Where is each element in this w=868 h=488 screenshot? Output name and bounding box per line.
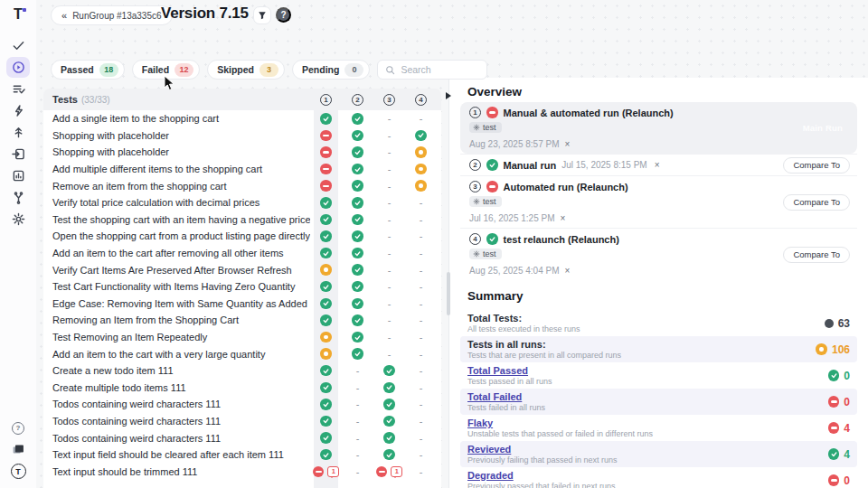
test-name: Add multiple different items to the shop… (43, 164, 310, 174)
test-name: Text input field should be cleared after… (43, 449, 310, 460)
run-number-3[interactable]: 3 (383, 94, 395, 106)
summary-row: Total FailedTests failed in all runs0 (460, 389, 857, 415)
comment-badge[interactable]: 1 (391, 466, 402, 477)
summary-link[interactable]: Total Failed (467, 391, 545, 402)
sidebar-item-branches[interactable] (6, 122, 30, 143)
table-row[interactable]: Test the shopping cart with an item havi… (43, 211, 441, 229)
tests-table-body: Add a single item to the shopping cart--… (43, 110, 441, 488)
passed-status-icon (352, 264, 363, 276)
run-item[interactable]: 1Manual & automated run (Relaunch)testAu… (460, 102, 857, 154)
status-cell: - (405, 348, 437, 360)
table-row[interactable]: Create multiple todo items 111-- (43, 380, 441, 397)
remove-run-icon[interactable]: × (655, 160, 660, 170)
comment-badge[interactable]: 1 (327, 466, 339, 477)
table-row[interactable]: Edge Case: Removing Item with Same Quant… (43, 296, 441, 313)
compare-to-button[interactable]: Compare To (783, 157, 850, 174)
run-number-2[interactable]: 2 (469, 159, 481, 171)
remove-run-icon[interactable]: × (565, 139, 571, 149)
table-row[interactable]: Shopping with placeholder- (43, 144, 441, 161)
filter-funnel-button[interactable] (253, 6, 271, 24)
status-cell: - (342, 399, 373, 410)
table-row[interactable]: Open the shopping cart from a product li… (43, 228, 441, 245)
filter-pending-button[interactable]: Pending0 (292, 60, 370, 80)
remove-run-icon[interactable]: × (565, 266, 571, 276)
sidebar-item-git-branch[interactable] (6, 187, 30, 208)
table-row[interactable]: Todos containing weird characters 111-- (43, 413, 441, 430)
compare-to-button[interactable]: Compare To (783, 194, 850, 211)
status-cell: - (373, 348, 405, 360)
help-button[interactable]: ? (276, 7, 291, 23)
column-header-run-1[interactable]: 1 (310, 94, 342, 106)
table-row[interactable]: Create a new todo item 111-- (43, 362, 441, 380)
filter-skipped-button[interactable]: Skipped3 (207, 60, 285, 80)
status-cell: - (342, 449, 373, 461)
table-row[interactable]: Test Removing an Item Repeatedly-- (43, 329, 441, 346)
status-cell (310, 314, 342, 326)
row-statuses: - (310, 130, 441, 142)
table-row[interactable]: Todos containing weird characters 111-- (43, 429, 441, 446)
summary-link[interactable]: Revieved (467, 444, 618, 455)
gear-icon (473, 250, 480, 258)
status-cell: - (405, 264, 437, 276)
table-row[interactable]: Add an item to the cart with a very larg… (43, 345, 441, 362)
compare-to-button[interactable]: Compare To (783, 247, 850, 263)
table-row[interactable]: Verify total price calculation with deci… (43, 194, 441, 211)
table-row[interactable]: Verify Cart Items Are Preserved After Br… (43, 261, 441, 278)
table-row[interactable]: Text input should be trimmed 1111-1- (43, 463, 441, 480)
sidebar-item-avatar[interactable]: T (6, 461, 30, 482)
sidebar-item-list-check[interactable] (6, 79, 30, 99)
sidebar-item-run-circle[interactable] (6, 57, 30, 78)
collapse-panel-icon[interactable] (446, 92, 455, 99)
run-number-3[interactable]: 3 (469, 181, 481, 192)
run-item[interactable]: 4test relaunch (Relaunch)testAug 25, 202… (460, 228, 857, 280)
column-header-run-3[interactable]: 3 (373, 94, 405, 106)
failed-status-icon (828, 474, 840, 486)
status-cell (373, 416, 405, 427)
sidebar-item-gear[interactable] (6, 209, 30, 230)
table-row[interactable]: Test Cart Functionality with Items Havin… (43, 278, 441, 296)
table-row[interactable]: Todos containing weird characters 111-- (43, 396, 441, 413)
panel-scrollbar[interactable] (447, 272, 450, 315)
column-header-run-2[interactable]: 2 (342, 94, 373, 106)
column-header-run-4[interactable]: 4 (405, 94, 437, 106)
run-number-1[interactable]: 1 (469, 107, 481, 118)
table-row[interactable]: Add a single item to the shopping cart-- (43, 110, 441, 127)
search-input[interactable] (401, 64, 473, 75)
summary-value: 106 (816, 343, 850, 356)
run-item[interactable]: 3Automated run (Relaunch)testJul 16, 202… (460, 175, 857, 228)
run-number-2[interactable]: 2 (352, 94, 363, 106)
summary-link[interactable]: Degraded (467, 470, 616, 481)
sidebar-item-report[interactable] (6, 165, 30, 186)
filter-count-badge: 0 (344, 63, 363, 77)
table-row[interactable]: Shopping with placeholder- (43, 127, 441, 145)
no-status-dash: - (420, 314, 423, 325)
run-number-4[interactable]: 4 (415, 94, 427, 106)
table-row[interactable]: Text input field should be cleared after… (43, 446, 441, 464)
filter-passed-button[interactable]: Passed18 (51, 60, 125, 80)
run-number-4[interactable]: 4 (469, 233, 481, 245)
passed-status-icon (352, 214, 363, 226)
table-row[interactable]: Add an item to the cart after removing a… (43, 245, 441, 262)
run-item[interactable]: 2Manual runJul 15, 2025 8:15 PM×Compare … (460, 154, 857, 175)
status-cell (342, 298, 373, 310)
summary-link[interactable]: Total Passed (467, 365, 552, 376)
sidebar-item-folder[interactable] (6, 439, 30, 460)
no-status-dash: - (420, 399, 423, 409)
sidebar-item-help[interactable]: ? (6, 418, 30, 438)
summary-desc: Unstable tests that passed or failed in … (467, 429, 653, 438)
table-row[interactable]: Remove an item from the shopping cart- (43, 177, 441, 194)
sidebar-item-lightning[interactable] (6, 100, 30, 121)
table-row[interactable]: Add multiple different items to the shop… (43, 161, 441, 178)
sidebar-item-import[interactable] (6, 144, 30, 164)
filter-failed-button[interactable]: Failed12 (132, 60, 200, 80)
table-row[interactable]: Removing an Item from the Shopping Cart-… (43, 312, 441, 329)
run-number-1[interactable]: 1 (320, 94, 332, 106)
no-status-dash: - (420, 113, 423, 124)
search-box[interactable] (377, 60, 487, 80)
sidebar-item-check[interactable] (6, 35, 30, 56)
status-cell: - (405, 113, 437, 125)
summary-desc: All tests executed in these runs (467, 324, 580, 333)
summary-link[interactable]: Flaky (467, 418, 653, 428)
remove-run-icon[interactable]: × (561, 213, 566, 223)
back-rungroup-button[interactable]: « RunGroup #13a335c6 (51, 5, 173, 25)
